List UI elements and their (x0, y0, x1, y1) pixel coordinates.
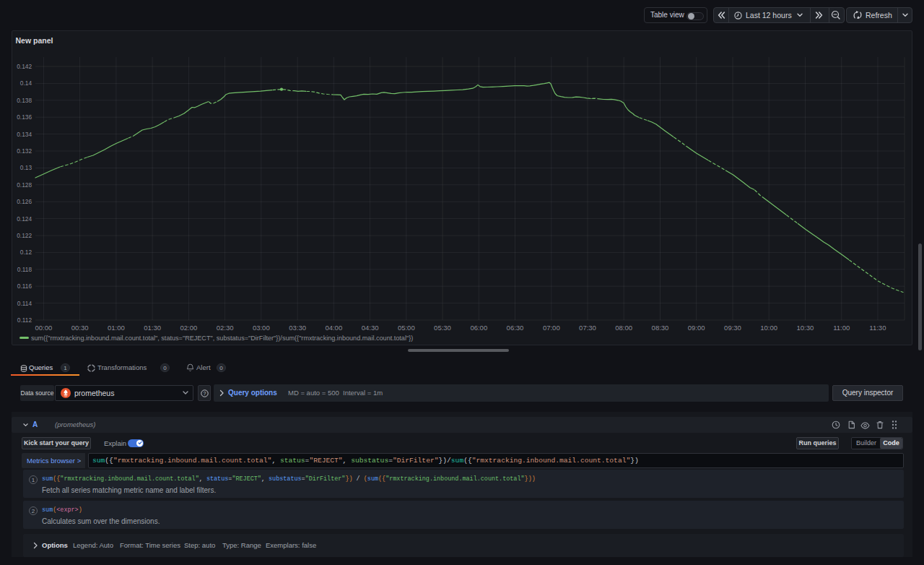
svg-text:11:30: 11:30 (869, 324, 886, 332)
svg-text:01:30: 01:30 (144, 324, 161, 332)
svg-text:08:00: 08:00 (615, 324, 632, 332)
svg-text:01:00: 01:00 (108, 324, 125, 332)
svg-text:0.114: 0.114 (17, 300, 32, 307)
svg-text:02:30: 02:30 (217, 324, 234, 332)
svg-text:10:00: 10:00 (760, 324, 777, 332)
svg-text:0.112: 0.112 (17, 316, 32, 324)
svg-text:04:30: 04:30 (362, 324, 379, 332)
svg-text:02:00: 02:00 (180, 324, 198, 332)
svg-text:04:00: 04:00 (325, 324, 342, 332)
svg-text:0.134: 0.134 (17, 131, 32, 138)
svg-text:?: ? (203, 390, 206, 395)
svg-text:0.122: 0.122 (17, 232, 32, 239)
svg-text:03:30: 03:30 (289, 324, 306, 332)
svg-text:0.126: 0.126 (17, 198, 32, 205)
svg-text:05:00: 05:00 (398, 324, 415, 332)
svg-text:05:30: 05:30 (434, 324, 451, 332)
svg-text:0.124: 0.124 (17, 215, 32, 223)
svg-text:06:00: 06:00 (470, 324, 487, 332)
svg-text:10:30: 10:30 (797, 324, 814, 332)
svg-text:06:30: 06:30 (507, 324, 524, 332)
svg-text:0.116: 0.116 (17, 282, 32, 290)
svg-text:08:30: 08:30 (652, 324, 669, 332)
svg-text:07:30: 07:30 (579, 324, 596, 332)
svg-text:0.12: 0.12 (20, 249, 32, 256)
svg-text:0.118: 0.118 (17, 266, 32, 273)
svg-text:00:30: 00:30 (71, 324, 89, 332)
svg-text:0.14: 0.14 (20, 79, 32, 87)
svg-text:09:00: 09:00 (688, 324, 705, 332)
svg-text:0.136: 0.136 (17, 113, 32, 121)
svg-text:sum({"rmxtracking.inbound.mail: sum({"rmxtracking.inbound.mail.count.tot… (31, 335, 413, 342)
svg-text:00:00: 00:00 (35, 324, 53, 332)
svg-text:0.138: 0.138 (17, 97, 32, 104)
svg-text:0.132: 0.132 (17, 147, 32, 155)
svg-text:0.13: 0.13 (20, 164, 32, 171)
svg-text:11:00: 11:00 (833, 324, 850, 332)
svg-text:07:00: 07:00 (543, 324, 560, 332)
svg-text:03:00: 03:00 (253, 324, 270, 332)
svg-text:0.142: 0.142 (17, 63, 32, 70)
svg-text:09:30: 09:30 (724, 324, 741, 332)
svg-text:0.128: 0.128 (17, 181, 32, 189)
